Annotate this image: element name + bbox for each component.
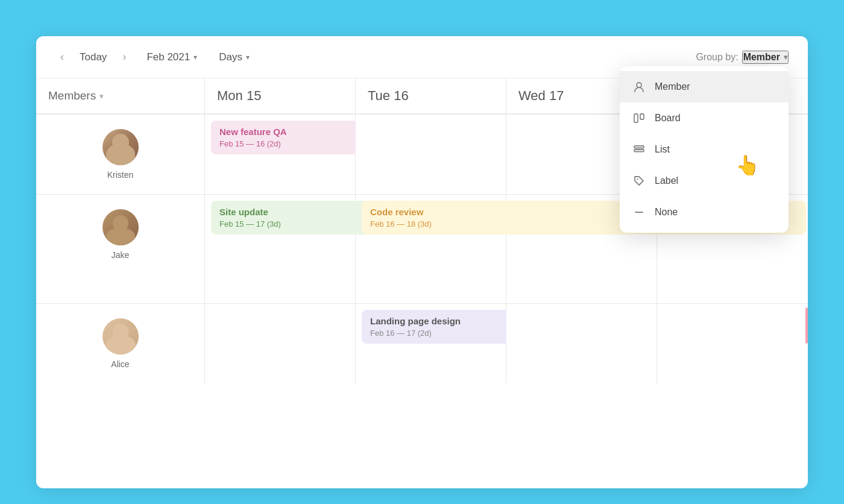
members-col-header: Members ▾ <box>36 78 205 114</box>
member-name-alice: Alice <box>111 359 129 369</box>
month-dropdown-btn[interactable]: Feb 2021 ▾ <box>140 49 203 66</box>
member-cell-jake: Jake <box>36 195 205 304</box>
tag-icon <box>632 174 646 188</box>
month-dropdown-arrow: ▾ <box>194 53 197 61</box>
svg-rect-2 <box>640 114 644 119</box>
svg-rect-1 <box>634 114 638 122</box>
dropdown-none-label: None <box>655 207 678 218</box>
kristen-mon-cell: New feature QA Feb 15 — 16 (2d) <box>205 115 356 195</box>
kristen-tue-cell <box>356 115 506 195</box>
app-container: ‹ Today › Feb 2021 ▾ Days ▾ Group by: Me… <box>36 36 808 488</box>
members-arrow: ▾ <box>99 92 104 101</box>
jake-mon-cell: Site update Feb 15 — 17 (3d) <box>205 195 356 304</box>
alice-mon-cell <box>205 304 356 383</box>
dropdown-member-label: Member <box>655 81 690 92</box>
dropdown-board-label: Board <box>655 113 681 124</box>
dropdown-item-member[interactable]: Member <box>620 71 789 102</box>
avatar-kristen <box>102 129 139 165</box>
alice-thu-cell <box>657 304 808 383</box>
dropdown-label-label: Label <box>655 175 678 186</box>
group-by-dropdown-btn[interactable]: Member ▾ <box>742 51 789 64</box>
group-by-dropdown-menu: Member Board List <box>620 66 789 233</box>
board-icon <box>632 111 646 125</box>
row-alice: Alice Landing page design Feb 16 — 17 (2… <box>36 304 808 383</box>
avatar-jake <box>102 209 139 245</box>
dropdown-item-label[interactable]: Label <box>620 165 789 197</box>
col-header-tue: Tue 16 <box>356 78 506 114</box>
person-icon <box>632 80 646 94</box>
group-by-arrow: ▾ <box>784 53 787 61</box>
avatar-alice <box>102 318 139 354</box>
svg-rect-4 <box>634 150 644 152</box>
scroll-indicator[interactable] <box>805 307 808 344</box>
jake-tue-cell: Code review Feb 16 — 18 (3d) <box>356 195 506 304</box>
group-by-label: Group by: <box>696 52 738 63</box>
days-dropdown-btn[interactable]: Days ▾ <box>213 49 256 66</box>
prev-btn[interactable]: ‹ <box>55 48 69 66</box>
days-dropdown-arrow: ▾ <box>246 53 250 61</box>
member-name-jake: Jake <box>112 250 130 260</box>
dropdown-item-list[interactable]: List <box>620 134 789 165</box>
today-btn[interactable]: Today <box>74 49 113 66</box>
list-icon <box>632 142 646 157</box>
svg-point-5 <box>637 178 638 180</box>
col-header-mon: Mon 15 <box>205 78 356 114</box>
svg-point-0 <box>637 83 641 87</box>
group-by-section: Group by: Member ▾ <box>696 51 789 64</box>
dropdown-list-label: List <box>655 144 670 155</box>
alice-wed-cell <box>506 304 657 383</box>
member-cell-alice: Alice <box>36 304 205 383</box>
svg-rect-3 <box>634 146 644 148</box>
toolbar-left: ‹ Today › <box>55 48 131 66</box>
dash-icon <box>632 205 646 219</box>
dropdown-item-board[interactable]: Board <box>620 102 789 134</box>
alice-tue-cell: Landing page design Feb 16 — 17 (2d) <box>356 304 506 383</box>
dropdown-item-none[interactable]: None <box>620 197 789 228</box>
member-name-kristen: Kristen <box>107 170 134 180</box>
member-cell-kristen: Kristen <box>36 115 205 195</box>
next-btn[interactable]: › <box>118 48 131 66</box>
